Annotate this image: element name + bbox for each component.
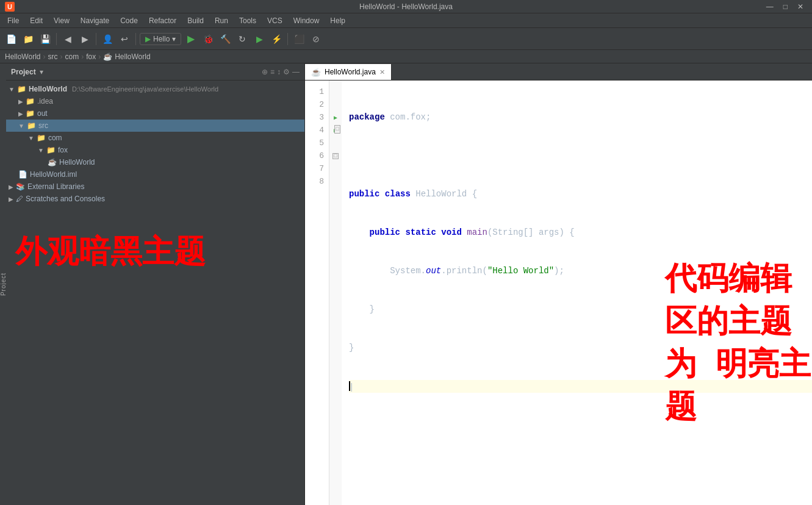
breadcrumb-part-src[interactable]: src: [48, 52, 57, 61]
project-action-settings-icon[interactable]: ⚙: [283, 68, 290, 76]
tree-label-out: out: [37, 109, 48, 118]
run-config-selector[interactable]: ▶ Hello ▾: [140, 33, 181, 45]
code-content[interactable]: package com.fox; public class HelloWorld…: [342, 81, 812, 505]
gutter-run-arrow-4[interactable]: ▶ □: [332, 124, 339, 137]
project-panel-dropdown[interactable]: ▾: [40, 68, 43, 76]
menu-edit[interactable]: Edit: [25, 15, 48, 26]
toolbar-back-btn[interactable]: ◀: [60, 32, 75, 46]
menu-navigate[interactable]: Navigate: [76, 15, 114, 26]
editor-tabs: ☕ HelloWorld.java ✕: [305, 63, 812, 81]
project-action-add-icon[interactable]: ⊕: [262, 68, 268, 76]
breadcrumb-sep4: ›: [98, 52, 101, 61]
tree-label-external-libs: External Libraries: [27, 182, 84, 191]
tree-item-scratches[interactable]: ▶ 🖊 Scratches and Consoles: [6, 193, 304, 205]
profile2-btn[interactable]: ⊘: [309, 32, 323, 46]
toolbar-new-btn[interactable]: 📄: [4, 32, 18, 46]
idea-folder-icon: 📁: [26, 97, 35, 106]
title-bar: U HelloWorld - HelloWorld.java — □ ✕: [0, 0, 812, 13]
main-content: Project Project ▾ ⊕ ≡ ↕ ⚙ — ▼ 📁 HelloWor: [0, 63, 812, 505]
reload-btn[interactable]: ↻: [235, 32, 250, 46]
code-line-1: package com.fox;: [349, 111, 812, 124]
menu-build[interactable]: Build: [182, 15, 209, 26]
editor-area: ☕ HelloWorld.java ✕ 1 2 3 4 5 6 7 8: [305, 63, 812, 505]
profile-btn[interactable]: ⚡: [269, 32, 284, 46]
breadcrumb-sep2: ›: [60, 52, 62, 61]
stop-btn[interactable]: ⬛: [292, 32, 306, 46]
project-action-minimize-icon[interactable]: —: [292, 68, 300, 76]
line-numbers: 1 2 3 4 5 6 7 8: [305, 81, 329, 505]
breadcrumb-part-com[interactable]: com: [65, 52, 79, 61]
run-btn[interactable]: ▶: [184, 32, 198, 46]
chevron-expanded-icon: ▼: [9, 86, 15, 93]
menu-tools[interactable]: Tools: [234, 15, 261, 26]
run-config-icon: ▶: [145, 35, 151, 43]
window-title: HelloWorld - HelloWorld.java: [359, 2, 453, 11]
tree-item-fox[interactable]: ▼ 📁 fox: [6, 144, 304, 156]
project-tree: ▼ 📁 HelloWorld D:\SoftwareEngineering\ja…: [6, 81, 304, 505]
tree-item-com[interactable]: ▼ 📁 com: [6, 132, 304, 144]
tree-label-fox: fox: [58, 146, 68, 154]
tree-item-out[interactable]: ▶ 📁 out: [6, 107, 304, 120]
menu-vcs[interactable]: VCS: [262, 15, 287, 26]
tab-helloworld-java[interactable]: ☕ HelloWorld.java ✕: [305, 64, 392, 80]
menu-window[interactable]: Window: [289, 15, 325, 26]
toolbar-sep1: [56, 33, 57, 45]
scratches-icon: 🖊: [16, 195, 23, 203]
project-panel-header: Project ▾ ⊕ ≡ ↕ ⚙ —: [6, 63, 304, 81]
tab-label: HelloWorld.java: [325, 68, 376, 76]
java-file-icon: ☕: [48, 158, 57, 167]
menu-run[interactable]: Run: [210, 15, 233, 26]
tree-label-helloworld-java: HelloWorld: [59, 158, 95, 167]
com-folder-icon: 📁: [37, 134, 46, 142]
toolbar-sep4: [287, 33, 288, 45]
breadcrumb-part-fox[interactable]: fox: [86, 52, 96, 61]
toolbar-open-btn[interactable]: 📁: [21, 32, 35, 46]
chevron-expanded-icon2: ▼: [18, 123, 24, 129]
tree-label-com: com: [48, 134, 62, 142]
project-vertical-label: Project: [0, 273, 7, 296]
breadcrumb-part-helloworld[interactable]: HelloWorld: [5, 52, 40, 61]
breadcrumb-part-class[interactable]: HelloWorld: [115, 52, 150, 61]
toolbar-settings-btn[interactable]: 👤: [100, 32, 115, 46]
menu-file[interactable]: File: [2, 15, 24, 26]
coverage-btn[interactable]: ▶: [252, 32, 267, 46]
project-action-sort-icon[interactable]: ↕: [277, 68, 281, 76]
fold-indicator-6[interactable]: □: [332, 149, 339, 162]
code-editor[interactable]: 1 2 3 4 5 6 7 8 ▶ ▶ □ □: [305, 81, 812, 505]
chevron-collapsed-icon3: ▶: [9, 184, 13, 190]
editor-gutter: ▶ ▶ □ □: [329, 81, 342, 505]
tree-item-helloworld-root[interactable]: ▼ 📁 HelloWorld D:\SoftwareEngineering\ja…: [6, 83, 304, 95]
build-btn[interactable]: 🔨: [218, 32, 232, 46]
external-libs-icon: 📚: [16, 182, 25, 191]
chevron-collapsed-icon4: ▶: [9, 196, 13, 202]
menu-code[interactable]: Code: [115, 15, 143, 26]
breadcrumb-sep1: ›: [43, 52, 45, 61]
code-line-2: [349, 149, 812, 162]
tab-close-icon[interactable]: ✕: [379, 68, 385, 76]
chevron-collapsed-icon2: ▶: [18, 110, 23, 117]
toolbar-forward-btn[interactable]: ▶: [77, 32, 92, 46]
toolbar-save-btn[interactable]: 💾: [38, 32, 52, 46]
toolbar-revert-btn[interactable]: ↩: [117, 32, 132, 46]
menu-help[interactable]: Help: [325, 15, 350, 26]
project-panel-title-area: Project ▾: [11, 68, 43, 76]
menu-view[interactable]: View: [49, 15, 74, 26]
tree-item-src[interactable]: ▼ 📁 src: [6, 120, 304, 132]
debug-btn[interactable]: 🐞: [201, 32, 215, 46]
tree-item-helloworld-java[interactable]: ☕ HelloWorld: [6, 156, 304, 168]
fox-folder-icon: 📁: [46, 146, 56, 154]
toolbar: 📄 📁 💾 ◀ ▶ 👤 ↩ ▶ Hello ▾ ▶ 🐞 🔨 ↻ ▶ ⚡ ⬛ ⊘: [0, 28, 812, 50]
fold-indicator-4[interactable]: □: [334, 125, 340, 134]
breadcrumb-sep3: ›: [81, 52, 84, 61]
tree-item-external-libs[interactable]: ▶ 📚 External Libraries: [6, 181, 304, 193]
project-action-list-icon[interactable]: ≡: [270, 68, 275, 76]
run-config-dropdown-icon: ▾: [172, 35, 176, 43]
window-controls[interactable]: — □ ✕: [763, 2, 807, 11]
gutter-run-arrow-3[interactable]: ▶: [332, 111, 339, 124]
tree-item-idea[interactable]: ▶ 📁 .idea: [6, 95, 304, 107]
text-cursor: |: [349, 381, 350, 391]
menu-refactor[interactable]: Refactor: [144, 15, 181, 26]
tree-item-helloworld-iml[interactable]: 📄 HelloWorld.iml: [6, 168, 304, 181]
code-line-3: public class HelloWorld {: [349, 188, 812, 201]
toolbar-sep3: [135, 33, 136, 45]
